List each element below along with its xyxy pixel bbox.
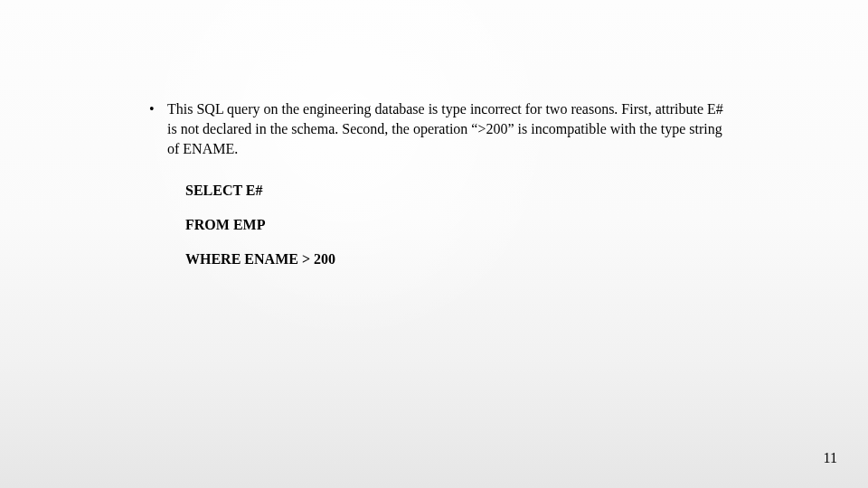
bullet-text: This SQL query on the engineering databa… <box>167 99 728 159</box>
sql-query-block: SELECT E# FROM EMP WHERE ENAME > 200 <box>185 181 728 269</box>
page-number: 11 <box>824 450 837 466</box>
sql-line-where: WHERE ENAME > 200 <box>185 249 728 269</box>
sql-line-from: FROM EMP <box>185 215 728 235</box>
slide-content: • This SQL query on the engineering data… <box>149 99 728 284</box>
bullet-item: • This SQL query on the engineering data… <box>149 99 728 159</box>
slide: • This SQL query on the engineering data… <box>0 0 868 488</box>
bullet-mark: • <box>149 99 167 119</box>
sql-line-select: SELECT E# <box>185 181 728 201</box>
